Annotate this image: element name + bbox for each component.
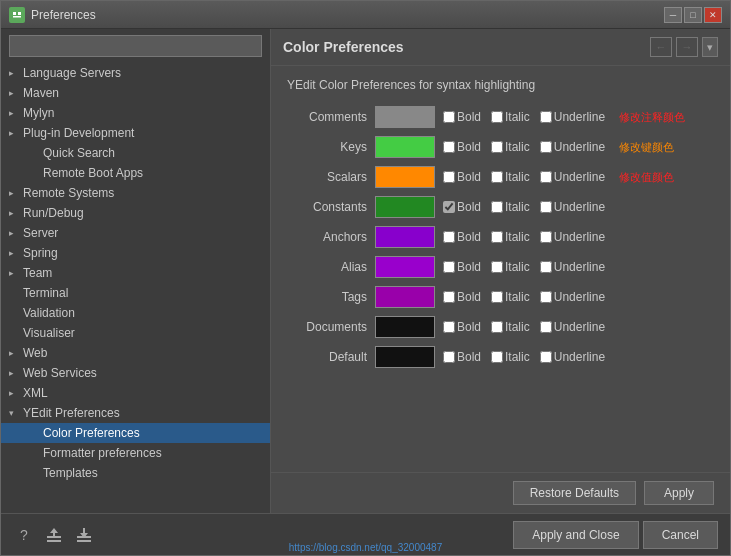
tree-item-xml[interactable]: XML — [1, 383, 270, 403]
color-swatch-keys[interactable] — [375, 136, 435, 158]
tree-item-remote-systems[interactable]: Remote Systems — [1, 183, 270, 203]
color-swatch-comments[interactable] — [375, 106, 435, 128]
tree-item-formatter-preferences[interactable]: Formatter preferences — [1, 443, 270, 463]
restore-defaults-button[interactable]: Restore Defaults — [513, 481, 636, 505]
underline-label-alias: Underline — [554, 260, 605, 274]
bold-checkbox-item-default: Bold — [443, 350, 481, 364]
bold-checkbox-constants[interactable] — [443, 201, 455, 213]
bold-checkbox-documents[interactable] — [443, 321, 455, 333]
tree-arrow-run-debug — [9, 208, 21, 218]
bold-checkbox-scalars[interactable] — [443, 171, 455, 183]
italic-checkbox-default[interactable] — [491, 351, 503, 363]
italic-checkbox-scalars[interactable] — [491, 171, 503, 183]
tree-item-validation[interactable]: Validation — [1, 303, 270, 323]
color-swatch-default[interactable] — [375, 346, 435, 368]
tree-label-web: Web — [23, 346, 47, 360]
tree-item-web[interactable]: Web — [1, 343, 270, 363]
search-input[interactable] — [9, 35, 262, 57]
color-swatch-anchors[interactable] — [375, 226, 435, 248]
color-swatch-alias[interactable] — [375, 256, 435, 278]
bottom-bar: ? Apply and Close Cancel https://blog.c — [1, 513, 730, 555]
underline-checkbox-scalars[interactable] — [540, 171, 552, 183]
color-label-constants: Constants — [287, 200, 367, 214]
italic-checkbox-comments[interactable] — [491, 111, 503, 123]
italic-checkbox-keys[interactable] — [491, 141, 503, 153]
nav-dropdown-button[interactable]: ▾ — [702, 37, 718, 57]
italic-checkbox-item-constants: Italic — [491, 200, 530, 214]
italic-checkbox-alias[interactable] — [491, 261, 503, 273]
bold-checkbox-keys[interactable] — [443, 141, 455, 153]
forward-button[interactable]: → — [676, 37, 698, 57]
color-label-keys: Keys — [287, 140, 367, 154]
cancel-button[interactable]: Cancel — [643, 521, 718, 549]
bold-checkbox-anchors[interactable] — [443, 231, 455, 243]
tree-item-web-services[interactable]: Web Services — [1, 363, 270, 383]
checkbox-group-default: BoldItalicUnderline — [443, 350, 714, 364]
bold-label-constants: Bold — [457, 200, 481, 214]
export-icon[interactable] — [43, 524, 65, 546]
underline-checkbox-comments[interactable] — [540, 111, 552, 123]
color-swatch-scalars[interactable] — [375, 166, 435, 188]
tree-label-remote-systems: Remote Systems — [23, 186, 114, 200]
italic-checkbox-anchors[interactable] — [491, 231, 503, 243]
color-swatch-tags[interactable] — [375, 286, 435, 308]
bold-checkbox-alias[interactable] — [443, 261, 455, 273]
tree-item-terminal[interactable]: Terminal — [1, 283, 270, 303]
apply-and-close-button[interactable]: Apply and Close — [513, 521, 638, 549]
underline-checkbox-constants[interactable] — [540, 201, 552, 213]
italic-checkbox-item-tags: Italic — [491, 290, 530, 304]
tree-item-team[interactable]: Team — [1, 263, 270, 283]
tree-item-maven[interactable]: Maven — [1, 83, 270, 103]
help-icon[interactable]: ? — [13, 524, 35, 546]
italic-checkbox-item-documents: Italic — [491, 320, 530, 334]
tree-item-remote-boot-apps[interactable]: Remote Boot Apps — [1, 163, 270, 183]
italic-checkbox-constants[interactable] — [491, 201, 503, 213]
minimize-button[interactable]: ─ — [664, 7, 682, 23]
tree-item-language-servers[interactable]: Language Servers — [1, 63, 270, 83]
tree-item-visualiser[interactable]: Visualiser — [1, 323, 270, 343]
underline-checkbox-documents[interactable] — [540, 321, 552, 333]
underline-label-comments: Underline — [554, 110, 605, 124]
underline-checkbox-keys[interactable] — [540, 141, 552, 153]
back-button[interactable]: ← — [650, 37, 672, 57]
maximize-button[interactable]: □ — [684, 7, 702, 23]
bold-checkbox-tags[interactable] — [443, 291, 455, 303]
nav-buttons: ← → ▾ — [650, 37, 718, 57]
italic-checkbox-documents[interactable] — [491, 321, 503, 333]
bottom-icons: ? — [13, 524, 95, 546]
checkbox-group-scalars: BoldItalicUnderline修改值颜色 — [443, 170, 714, 185]
color-swatch-documents[interactable] — [375, 316, 435, 338]
extra-text-keys: 修改键颜色 — [619, 140, 674, 155]
bold-checkbox-default[interactable] — [443, 351, 455, 363]
underline-label-anchors: Underline — [554, 230, 605, 244]
underline-label-keys: Underline — [554, 140, 605, 154]
tree-label-validation: Validation — [23, 306, 75, 320]
import-icon[interactable] — [73, 524, 95, 546]
tree-item-templates[interactable]: Templates — [1, 463, 270, 483]
tree-item-quick-search[interactable]: Quick Search — [1, 143, 270, 163]
tree-item-yedit-preferences[interactable]: YEdit Preferences — [1, 403, 270, 423]
tree-item-plug-in-development[interactable]: Plug-in Development — [1, 123, 270, 143]
underline-checkbox-item-tags: Underline — [540, 290, 605, 304]
color-swatch-constants[interactable] — [375, 196, 435, 218]
underline-checkbox-alias[interactable] — [540, 261, 552, 273]
tree-item-server[interactable]: Server — [1, 223, 270, 243]
svg-rect-5 — [47, 540, 61, 542]
tree-item-color-preferences[interactable]: Color Preferences — [1, 423, 270, 443]
bold-checkbox-comments[interactable] — [443, 111, 455, 123]
close-button[interactable]: ✕ — [704, 7, 722, 23]
color-label-tags: Tags — [287, 290, 367, 304]
bold-checkbox-item-anchors: Bold — [443, 230, 481, 244]
underline-checkbox-default[interactable] — [540, 351, 552, 363]
underline-checkbox-anchors[interactable] — [540, 231, 552, 243]
color-row-documents: DocumentsBoldItalicUnderline — [287, 316, 714, 338]
apply-button[interactable]: Apply — [644, 481, 714, 505]
underline-checkbox-item-constants: Underline — [540, 200, 605, 214]
underline-checkbox-tags[interactable] — [540, 291, 552, 303]
color-row-constants: ConstantsBoldItalicUnderline — [287, 196, 714, 218]
tree-item-spring[interactable]: Spring — [1, 243, 270, 263]
tree-arrow-language-servers — [9, 68, 21, 78]
tree-item-run-debug[interactable]: Run/Debug — [1, 203, 270, 223]
italic-checkbox-tags[interactable] — [491, 291, 503, 303]
tree-item-mylyn[interactable]: Mylyn — [1, 103, 270, 123]
